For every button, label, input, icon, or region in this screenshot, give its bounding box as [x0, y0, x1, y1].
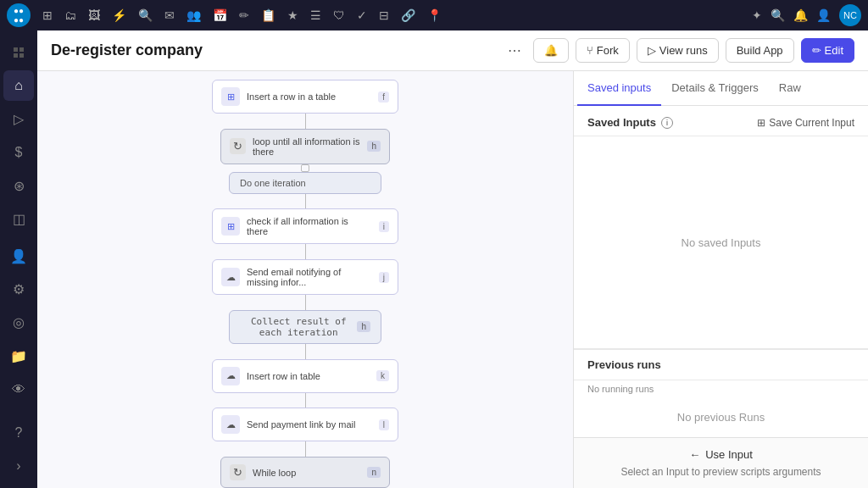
previous-runs-status: No running runs: [574, 380, 868, 397]
info-icon[interactable]: i: [661, 117, 673, 129]
bolt-icon[interactable]: ⚡: [112, 8, 126, 22]
edit-pencil-icon: ✏: [812, 44, 821, 57]
node-key-i: i: [379, 221, 389, 232]
avatar[interactable]: NC: [839, 4, 861, 26]
sidebar-item-group[interactable]: ⊛: [3, 171, 34, 201]
sidebar-item-settings[interactable]: ⚙: [3, 274, 34, 304]
fork-label: Fork: [597, 44, 619, 57]
topbar: ●●●● ⊞ 🗂 🖼 ⚡ 🔍 ✉ 👥 📅 ✏ 📋 ★ ☰ 🛡 ✓ ⊟ 🔗 📍 ✦…: [0, 0, 868, 30]
sidebar-item-eye[interactable]: 👁: [3, 374, 34, 404]
grid2-icon[interactable]: ⊟: [379, 8, 389, 22]
save-current-input-button[interactable]: ⊞ Save Current Input: [757, 117, 854, 129]
panel-body: Saved Inputs i ⊞ Save Current Input No s…: [574, 106, 868, 488]
star-icon[interactable]: ★: [287, 8, 298, 22]
sidebar-item-calendar[interactable]: ◫: [3, 204, 34, 234]
layers-icon[interactable]: 📋: [261, 8, 275, 22]
connector6: [305, 393, 306, 408]
loop-icon: ↻: [230, 138, 246, 154]
node-key-k: k: [376, 370, 389, 381]
sidebar-logo[interactable]: [3, 37, 34, 67]
search-icon-right[interactable]: 🔍: [771, 8, 785, 22]
location-icon[interactable]: 📍: [427, 8, 442, 22]
connector5: [305, 344, 306, 359]
node-icon-db: ⊞: [221, 87, 240, 106]
node-send-payment[interactable]: ☁ Send payment link by mail l: [212, 408, 398, 441]
flow-inner: ⊞ Insert a row in a table f ↻ loop until…: [37, 71, 573, 488]
node-check-info[interactable]: ⊞ check if all information is there i: [212, 208, 398, 244]
node-insert-row[interactable]: ⊞ Insert a row in a table f: [212, 80, 398, 114]
build-app-label: Build App: [737, 44, 783, 57]
bell-button[interactable]: 🔔: [533, 38, 569, 63]
topbar-right: ✦ 🔍 🔔 👤 NC: [752, 4, 861, 26]
main-layout: ⌂ ▷ $ ⊛ ◫ 👤 ⚙ ◎ 📁 👁 ? › De-register comp…: [0, 30, 868, 488]
folder-icon[interactable]: 🗂: [64, 8, 76, 22]
node-collect-result[interactable]: Collect result of each iteration h: [229, 310, 381, 344]
iteration-label: Do one iteration: [240, 178, 306, 188]
check-icon[interactable]: ✓: [357, 8, 367, 22]
node-key-j: j: [379, 272, 389, 283]
view-runs-button[interactable]: ▷ View runs: [637, 38, 719, 63]
edit-button[interactable]: ✏ Edit: [801, 38, 854, 63]
edit-icon-top[interactable]: ✏: [239, 8, 249, 22]
fork-icon: ⑂: [587, 44, 593, 57]
app-logo[interactable]: ●●●●: [7, 3, 31, 27]
users-icon[interactable]: 👥: [186, 8, 201, 22]
while-loop-icon: ↻: [230, 464, 246, 480]
mail-icon[interactable]: ✉: [164, 8, 175, 22]
flow-canvas[interactable]: ⊞ Insert a row in a table f ↻ loop until…: [37, 71, 573, 488]
use-input-title: Use Input: [705, 448, 753, 461]
save-icon: ⊞: [757, 117, 765, 129]
notification-icon[interactable]: 🔔: [793, 8, 808, 22]
use-input-header: ← Use Input: [587, 448, 854, 461]
edit-label: Edit: [825, 44, 843, 57]
tab-raw[interactable]: Raw: [769, 71, 811, 106]
header-actions: ⋯ 🔔 ⑂ Fork ▷ View runs Build App ✏ Edit: [503, 38, 854, 63]
sidebar-item-home[interactable]: ⌂: [3, 70, 34, 100]
sidebar-item-play[interactable]: ▷: [3, 104, 34, 134]
sidebar-item-dollar[interactable]: $: [3, 137, 34, 167]
list-icon[interactable]: ☰: [310, 8, 321, 22]
view-runs-icon: ▷: [648, 44, 656, 57]
use-input-section: ← Use Input Select an Input to preview s…: [574, 437, 868, 488]
sidebar-item-package[interactable]: ◎: [3, 308, 34, 337]
account-icon[interactable]: 👤: [816, 8, 831, 22]
connector2: [305, 194, 306, 209]
node-icon-cloud-k: ☁: [221, 367, 240, 385]
node-key-h2: h: [357, 321, 370, 332]
build-app-button[interactable]: Build App: [726, 38, 794, 63]
fork-button[interactable]: ⑂ Fork: [576, 38, 630, 63]
grid-icon[interactable]: ⊞: [42, 8, 53, 22]
image-icon[interactable]: 🖼: [88, 8, 100, 22]
content-area: De-register company ⋯ 🔔 ⑂ Fork ▷ View ru…: [37, 30, 868, 488]
sparkle-icon[interactable]: ✦: [752, 8, 762, 22]
sidebar-item-expand[interactable]: ›: [3, 452, 34, 481]
sidebar-item-folder[interactable]: 📁: [3, 341, 34, 371]
node-while-loop[interactable]: ↻ While loop n: [220, 457, 390, 488]
shield-icon[interactable]: 🛡: [333, 8, 345, 22]
more-button[interactable]: ⋯: [503, 39, 526, 63]
node-insert-table[interactable]: ☁ Insert row in table k: [212, 359, 398, 393]
header-bar: De-register company ⋯ 🔔 ⑂ Fork ▷ View ru…: [37, 30, 868, 71]
link-icon[interactable]: 🔗: [401, 8, 415, 22]
tab-saved-inputs[interactable]: Saved inputs: [577, 71, 661, 106]
connector3: [305, 244, 306, 259]
node-loop[interactable]: ↻ loop until all information is there h: [220, 129, 390, 164]
sidebar-item-help[interactable]: ?: [3, 418, 34, 447]
node-key-n: n: [367, 467, 381, 478]
node-icon-check: ⊞: [221, 217, 240, 236]
previous-runs-empty: No previous Runs: [574, 397, 868, 437]
connector4: [305, 295, 306, 310]
node-send-email[interactable]: ☁ Send email notifying of missing infor.…: [212, 259, 398, 295]
page-title: De-register company: [51, 42, 496, 59]
sidebar-item-user[interactable]: 👤: [3, 241, 34, 270]
collect-label: Collect result of each iteration: [240, 316, 357, 338]
tab-details-triggers[interactable]: Details & Triggers: [661, 71, 769, 106]
node-label-i: check if all information is there: [240, 216, 379, 236]
search-icon-top[interactable]: 🔍: [138, 8, 153, 22]
node-do-one-iteration[interactable]: Do one iteration: [229, 172, 381, 194]
node-label-l: Send payment link by mail: [240, 419, 379, 430]
calendar-icon-top[interactable]: 📅: [213, 8, 227, 22]
previous-runs-header: Previous runs: [574, 350, 868, 380]
right-panel: Saved inputs Details & Triggers Raw Save…: [573, 71, 868, 488]
use-input-description: Select an Input to preview scripts argum…: [587, 466, 854, 478]
